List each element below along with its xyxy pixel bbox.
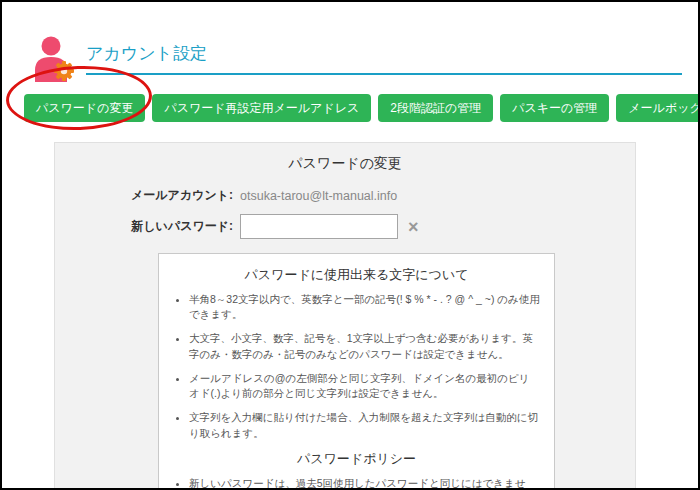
rule-item: メールアドレスの@の左側部分と同じ文字列、ドメイン名の最初のピリオド(.)より前… [189,371,540,401]
password-rules-box: パスワードに使用出来る文字について 半角8～32文字以内で、英数字と一部の記号(… [158,253,555,490]
nav-button-passkey[interactable]: パスキーの管理 [500,94,609,122]
rules-list: 半角8～32文字以内で、英数字と一部の記号(! $ % * - . ? @ ^ … [173,292,540,441]
rule-item: 文字列を入力欄に貼り付けた場合、入力制限を超えた文字列は自動的に切り取られます。 [189,410,540,440]
rules-box-title: パスワードに使用出来る文字について [173,266,540,284]
nav-button-change-password[interactable]: パスワードの変更 [24,94,145,122]
new-password-row: 新しいパスワード: × [55,214,635,239]
title-underline-block: アカウント設定 [86,36,682,75]
page-header: アカウント設定 [32,36,682,82]
email-account-label: メールアカウント: [55,187,233,204]
password-change-panel: パスワードの変更 メールアカウント: otsuka-tarou@lt-manua… [54,142,636,490]
gear-icon [54,61,74,81]
rule-item: 半角8～32文字以内で、英数字と一部の記号(! $ % * - . ? @ ^ … [189,292,540,322]
nav-button-two-step-auth[interactable]: 2段階認証の管理 [378,94,493,122]
settings-nav: パスワードの変更 パスワード再設定用メールアドレス 2段階認証の管理 パスキーの… [24,94,698,122]
email-account-row: メールアカウント: otsuka-tarou@lt-manual.info [55,187,635,204]
policy-list: 新しいパスワードは、過去5回使用したパスワードと同じにはできません。 [173,476,540,490]
new-password-input[interactable] [240,214,398,239]
page-title: アカウント設定 [86,42,682,65]
nav-button-reset-email[interactable]: パスワード再設定用メールアドレス [152,94,371,122]
new-password-label: 新しいパスワード: [55,218,233,235]
nav-button-mailbox-init[interactable]: メールボックスの初期化 [616,94,700,122]
panel-title: パスワードの変更 [55,155,635,173]
rule-item: 新しいパスワードは、過去5回使用したパスワードと同じにはできません。 [189,476,540,490]
account-person-icon [32,36,76,82]
policy-title: パスワードポリシー [173,450,540,468]
account-settings-screen: アカウント設定 パスワードの変更 パスワード再設定用メールアドレス 2段階認証の… [0,0,700,490]
clear-input-icon[interactable]: × [408,218,419,236]
rule-item: 大文字、小文字、数字、記号を、1文字以上ずつ含む必要があります。英字のみ・数字の… [189,331,540,361]
email-account-value: otsuka-tarou@lt-manual.info [240,189,397,203]
